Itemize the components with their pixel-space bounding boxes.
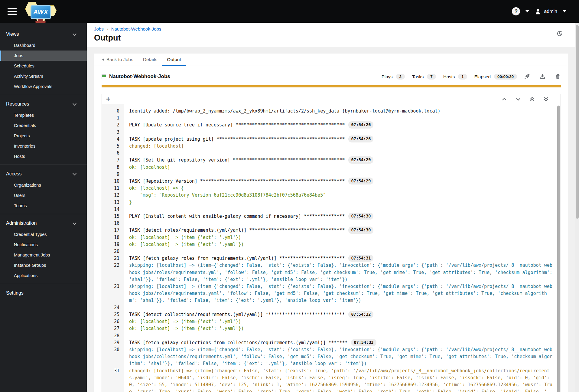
sidebar-item-credentials[interactable]: Credentials [0,120,87,131]
sidebar-item-inventories[interactable]: Inventories [0,141,87,151]
sidebar-item-teams[interactable]: Teams [0,201,87,211]
tab-details[interactable]: Details [138,54,162,66]
console-line-11[interactable]: 11ok: [localhost] => { [102,185,561,192]
line-number: 24 [102,304,124,311]
console-line-8[interactable]: 8ok: [localhost] [102,164,561,171]
expand-all-plus-icon[interactable]: + [106,96,110,102]
scroll-previous-icon[interactable] [502,97,507,101]
console-line-16[interactable]: 16 [102,220,561,227]
sidebar-item-notifications[interactable]: Notifications [0,240,87,250]
page-scrollbar[interactable] [575,23,579,392]
sidebar-item-management-jobs[interactable]: Management Jobs [0,250,87,260]
sidebar-group-settings[interactable]: Settings [0,287,87,299]
job-progress-bar [102,85,561,87]
sidebar-item-dashboard[interactable]: Dashboard [0,40,87,51]
user-menu[interactable]: admin [535,8,557,15]
sidebar-item-organizations[interactable]: Organizations [0,180,87,190]
sidebar-item-instance-groups[interactable]: Instance Groups [0,260,87,270]
console-line-18[interactable]: 18ok: [localhost] => (item={'ext': '.yml… [102,234,561,241]
console-line-6[interactable]: 6 [102,150,561,157]
console-line-10[interactable]: 10TASK [Repository Version] ************… [102,178,561,185]
help-icon[interactable]: ? [512,7,520,15]
line-text [129,115,553,122]
history-icon[interactable] [556,30,563,37]
console-line-22[interactable]: 22skipping: [localhost] => (item={'chang… [102,262,561,283]
tab-output[interactable]: Output [162,54,186,66]
console-line-19[interactable]: 19ok: [localhost] => (item={'ext': '.yam… [102,241,561,248]
console-line-27[interactable]: 27ok: [localhost] => (item={'ext': '.yam… [102,325,561,332]
console-line-12[interactable]: 12 "msg": "Repository Version 6af21ccc90… [102,192,561,199]
line-text: "msg": "Repository Version 6af21ccc90d8a… [129,192,553,199]
console-line-0[interactable]: 0Identity added: /tmp/bwrap_2_nyammzms/a… [102,108,561,115]
console-line-26[interactable]: 26ok: [localhost] => (item={'ext': '.yml… [102,318,561,325]
console-line-2[interactable]: 2PLAY [Update source tree if necessary] … [102,122,561,129]
stat-label: Elapsed [474,74,491,79]
console-line-25[interactable]: 25TASK [detect collections/requirements.… [102,311,561,318]
line-number: 5 [102,143,124,150]
console-scrollbar[interactable] [557,106,560,392]
console-line-24[interactable]: 24 [102,304,561,311]
tab-label: Details [143,57,157,62]
line-number: 17 [102,227,124,234]
scroll-top-icon[interactable] [530,96,535,102]
scroll-next-icon[interactable] [516,97,521,101]
sidebar-item-templates[interactable]: Templates [0,110,87,120]
sidebar-item-hosts[interactable]: Hosts [0,151,87,162]
stat-value-badge: 7 [427,74,436,80]
console-line-15[interactable]: 15PLAY [Install content with ansible-gal… [102,213,561,220]
help-dropdown-caret-icon[interactable] [525,10,529,12]
console-line-20[interactable]: 20 [102,248,561,255]
line-number: 26 [102,318,124,325]
relaunch-rocket-icon[interactable] [524,73,530,80]
sidebar-group-administration[interactable]: Administration [0,217,87,229]
line-text: TASK [fetch galaxy collections from coll… [129,339,553,346]
console-line-23[interactable]: 23skipping: [localhost] => (item={'chang… [102,283,561,304]
sidebar-item-projects[interactable]: Projects [0,131,87,141]
sidebar-group-views[interactable]: Views [0,28,87,40]
page-scrollbar-thumb[interactable] [576,25,579,219]
tab-back-to-jobs[interactable]: Back to Jobs [97,54,138,66]
sidebar-item-jobs[interactable]: Jobs [0,51,87,61]
tab-bar: Back to JobsDetailsOutput [94,54,568,66]
console-line-14[interactable]: 14 [102,206,561,213]
delete-trash-icon[interactable] [555,73,561,80]
sidebar-item-users[interactable]: Users [0,190,87,201]
awx-logo[interactable]: AWX [25,1,58,22]
scroll-bottom-icon[interactable] [544,96,548,102]
console-line-31[interactable]: 31changed: [localhost] => (item={'change… [102,368,561,392]
console-line-3[interactable]: 3 [102,129,561,136]
user-dropdown-caret-icon[interactable] [563,10,566,12]
job-stats: Plays2Tasks7Hosts1Elapsed00:00:29 [382,74,517,80]
line-text: PLAY [Install content with ansible-galax… [129,213,553,220]
console-line-13[interactable]: 13} [102,199,561,206]
nav-toggle-icon[interactable] [8,8,17,15]
sidebar-item-activity-stream[interactable]: Activity Stream [0,71,87,81]
console-line-30[interactable]: 30skipping: [localhost] => (item={'chang… [102,346,561,368]
console-line-9[interactable]: 9 [102,171,561,178]
console-line-5[interactable]: 5changed: [localhost] [102,143,561,150]
line-number: 28 [102,332,124,339]
line-number: 29 [102,339,124,346]
sidebar-group-resources[interactable]: Resources [0,98,87,110]
download-icon[interactable] [539,73,546,80]
console-scrollbar-thumb[interactable] [557,106,560,392]
console-line-4[interactable]: 4TASK [update project using git] *******… [102,136,561,143]
sidebar-item-applications[interactable]: Applications [0,270,87,281]
console-line-29[interactable]: 29TASK [fetch galaxy collections from co… [102,339,561,346]
breadcrumb-link-0[interactable]: Jobs [94,26,104,31]
user-icon [535,8,541,15]
console-line-17[interactable]: 17TASK [detect roles/requirements.(yml/y… [102,227,561,234]
sidebar-item-credential-types[interactable]: Credential Types [0,229,87,240]
console-line-7[interactable]: 7TASK [Set the git repository version] *… [102,157,561,164]
console-line-21[interactable]: 21TASK [fetch galaxy roles from requirem… [102,255,561,262]
console-line-28[interactable]: 28 [102,332,561,339]
sidebar-divider [0,214,87,214]
breadcrumb-link-1[interactable]: Nautobot-Webhook-Jobs [111,26,161,31]
sidebar-item-workflow-approvals[interactable]: Workflow Approvals [0,81,87,92]
tab-label: Back to Jobs [106,57,133,62]
sidebar-item-schedules[interactable]: Schedules [0,61,87,71]
stat-tasks: Tasks7 [412,74,436,80]
console-line-1[interactable]: 1 [102,115,561,122]
line-number: 3 [102,129,124,136]
sidebar-group-access[interactable]: Access [0,168,87,180]
